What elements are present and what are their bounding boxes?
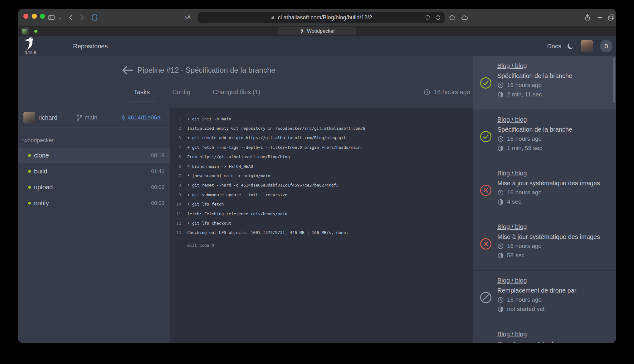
commit-message: Mise à jour systématique des images	[497, 232, 611, 241]
active-tab[interactable]: Woodpecker	[278, 27, 356, 35]
clock-icon	[497, 82, 504, 89]
chevron-down-icon[interactable]	[58, 16, 62, 20]
line-text: From https://git.athaliasoft.com/Blog/bl…	[187, 154, 290, 159]
steps-list: clone 00:15 build 01:46 upload 00:06 not…	[18, 148, 170, 211]
pipeline-age-text: 16 hours ago	[434, 89, 470, 96]
tab-changed-files-1-[interactable]: Changed files (1)	[208, 87, 265, 101]
repo-link[interactable]: Blog / blog	[497, 329, 527, 339]
line-number: 8	[170, 183, 181, 187]
console-line: 12 + git lfs checkout	[170, 218, 473, 228]
build-feed-list: Blog / blog Spécification de la branche …	[473, 56, 616, 343]
step-duration: 01:46	[151, 168, 164, 175]
clock-icon	[423, 89, 431, 96]
line-text: + git init -b main	[187, 117, 231, 121]
line-text: + git remote add origin https://git.atha…	[187, 135, 346, 140]
build-card[interactable]: Blog / blog Mise à jour systématique des…	[473, 217, 616, 271]
nav-docs[interactable]: Docs	[547, 42, 561, 50]
line-text: * [new branch] main -> origin/main	[187, 173, 270, 178]
duration-icon	[497, 306, 504, 313]
new-tab-icon[interactable]	[596, 14, 604, 21]
clock-icon	[497, 297, 504, 303]
text-size-icon[interactable]: AA	[184, 14, 195, 22]
tab-strip: Woodpecker	[18, 26, 616, 36]
commit-message: Spécification de la branche	[497, 125, 611, 134]
cloud-icon[interactable]	[461, 14, 468, 21]
build-age: 16 hours ago	[507, 82, 542, 89]
share-icon[interactable]	[584, 14, 591, 21]
commit-message: Remplacement de drone par woodpecker	[497, 339, 611, 343]
page-title: Pipeline #12 - Spécification de la branc…	[138, 66, 276, 75]
clock-icon	[497, 136, 504, 142]
branch-name: main	[85, 114, 97, 121]
build-card[interactable]: Blog / blog Spécification de la branche …	[473, 110, 616, 163]
build-card[interactable]: Blog / blog Spécification de la branche …	[473, 56, 616, 110]
console-line: 11 fetch: Fetching reference refs/heads/…	[170, 209, 473, 218]
build-card[interactable]: Blog / blog Remplacement de drone par wo…	[473, 324, 616, 343]
step-duration: 00:03	[151, 200, 164, 206]
pipeline-age: 16 hours ago	[423, 89, 470, 96]
build-age: 16 hours ago	[507, 243, 542, 250]
home-icon[interactable]	[448, 14, 456, 21]
step-row-build[interactable]: build 01:46	[18, 163, 170, 179]
woodpecker-logo-icon[interactable]	[23, 36, 37, 50]
pinned-site-icon[interactable]	[91, 14, 98, 21]
duration-icon	[497, 199, 504, 205]
step-name: clone	[34, 152, 49, 159]
line-text: + git lfs checkout	[187, 221, 231, 226]
repo-link[interactable]: Blog / blog	[497, 168, 527, 178]
tab-overview-icon[interactable]	[607, 14, 615, 21]
repo-link[interactable]: Blog / blog	[497, 61, 527, 70]
build-card[interactable]: Blog / blog Mise à jour systématique des…	[473, 163, 616, 217]
build-age: 16 hours ago	[507, 135, 542, 142]
console-output: 1 + git init -b main 2 Initialized empty…	[170, 108, 473, 343]
line-number: 2	[170, 126, 181, 131]
clock-icon	[497, 243, 504, 250]
build-duration: 1 min, 59 sec	[507, 145, 542, 152]
back-nav-icon[interactable]	[67, 14, 75, 21]
url-text: ci.athaliasoft.com/Blog/blog/build/12/2	[278, 14, 372, 21]
sidebar-toggle-icon[interactable]	[48, 14, 55, 21]
tab-title: Woodpecker	[307, 28, 335, 34]
dark-mode-toggle-icon[interactable]	[566, 42, 574, 50]
line-number: 7	[170, 173, 181, 178]
author-avatar	[23, 112, 35, 124]
tab-config[interactable]: Config	[167, 87, 195, 101]
repo-link[interactable]: Blog / blog	[497, 222, 527, 231]
notification-count-badge[interactable]: 0	[600, 40, 612, 52]
repo-link[interactable]: Blog / blog	[497, 115, 527, 124]
step-duration: 00:06	[151, 184, 164, 191]
commit-sha-link[interactable]: 4614d1e06a	[128, 114, 161, 121]
line-number: 1	[170, 117, 181, 121]
line-text: Checking out LFS objects: 100% (573/573)…	[187, 230, 349, 235]
close-window-button[interactable]	[23, 14, 28, 19]
user-avatar[interactable]	[581, 40, 593, 52]
step-row-notify[interactable]: notify 00:03	[18, 195, 170, 211]
repo-link[interactable]: Blog / blog	[497, 276, 527, 285]
build-duration: not started yet	[507, 306, 544, 313]
minimize-window-button[interactable]	[32, 14, 37, 19]
tab-tasks[interactable]: Tasks	[129, 87, 155, 101]
address-bar[interactable]: ci.athaliasoft.com/Blog/blog/build/12/2	[198, 12, 445, 23]
forward-nav-icon[interactable]	[78, 14, 86, 21]
woodpecker-favicon	[299, 29, 305, 34]
nav-repositories[interactable]: Repositories	[73, 42, 108, 50]
step-name: build	[34, 168, 47, 175]
scrollbar-thumb[interactable]	[613, 58, 615, 103]
commit-message: Mise à jour systématique des images	[497, 178, 611, 188]
line-number: 13	[170, 230, 181, 235]
branch-icon	[76, 114, 83, 121]
shield-icon[interactable]	[425, 15, 431, 21]
zoom-window-button[interactable]	[40, 14, 45, 19]
lock-icon	[271, 15, 275, 20]
step-row-clone[interactable]: clone 00:15	[18, 148, 170, 163]
commit-message: Remplacement de drone par woodpecker	[497, 286, 611, 295]
duration-icon	[497, 145, 504, 152]
step-row-upload[interactable]: upload 00:06	[18, 179, 170, 195]
back-arrow-icon[interactable]	[121, 63, 134, 77]
line-text: fetch: Fetching reference refs/heads/mai…	[187, 211, 287, 216]
build-card[interactable]: Blog / blog Remplacement de drone par wo…	[473, 271, 616, 324]
reload-icon[interactable]	[435, 15, 441, 21]
app-header: 0.15.8 Repositories Docs 0	[18, 36, 616, 56]
pinned-tab-1[interactable]	[21, 27, 29, 35]
pinned-tab-2[interactable]	[32, 27, 40, 35]
